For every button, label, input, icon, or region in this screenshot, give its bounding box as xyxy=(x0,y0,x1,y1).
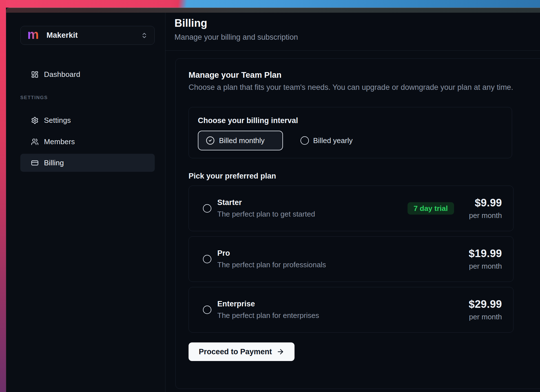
plan-period: per month xyxy=(465,211,502,220)
plan-info: Starter The perfect plan to get started xyxy=(217,198,408,219)
plan-name: Enterprise xyxy=(217,300,465,308)
plan-info: Enterprise The perfect plan for enterpri… xyxy=(217,300,465,320)
dashboard-icon xyxy=(31,71,39,78)
makerkit-logo-icon: m xyxy=(27,28,39,41)
sidebar-item-label: Members xyxy=(44,137,75,146)
plan-name: Starter xyxy=(217,198,408,207)
plan-price-block: $9.99 per month xyxy=(465,197,502,220)
plan-row-starter[interactable]: Starter The perfect plan to get started … xyxy=(189,186,514,231)
plan-description: The perfect plan to get started xyxy=(217,210,408,219)
team-plan-card: Manage your Team Plan Choose a plan that… xyxy=(175,58,540,389)
sidebar-item-members[interactable]: Members xyxy=(20,133,155,151)
plan-row-pro[interactable]: Pro The perfect plan for professionals $… xyxy=(189,236,514,282)
plan-price: $29.99 xyxy=(465,298,502,310)
plan-description: The perfect plan for enterprises xyxy=(217,311,465,320)
plan-info: Pro The perfect plan for professionals xyxy=(217,249,465,269)
header-divider xyxy=(165,50,540,51)
card-title: Manage your Team Plan xyxy=(189,70,540,80)
radio-icon[interactable] xyxy=(203,306,211,314)
credit-card-icon xyxy=(31,159,39,167)
sidebar: m Makerkit Dashboard SETTINGS Settings xyxy=(6,13,165,392)
sidebar-item-settings[interactable]: Settings xyxy=(20,111,155,129)
billing-interval-group: Choose your billing interval Billed mont… xyxy=(189,107,512,158)
wallpaper-left xyxy=(0,0,6,392)
card-description: Choose a plan that fits your team's need… xyxy=(189,83,540,92)
radio-icon xyxy=(300,136,309,145)
proceed-to-payment-label: Proceed to Payment xyxy=(199,348,272,356)
page-subtitle: Manage your billing and subscription xyxy=(174,33,298,42)
plan-price: $19.99 xyxy=(465,248,502,260)
plan-price-block: $29.99 per month xyxy=(465,298,502,321)
sidebar-item-label: Dashboard xyxy=(44,70,80,79)
sidebar-divider xyxy=(165,13,165,392)
arrow-right-icon xyxy=(276,348,284,356)
chevrons-up-down-icon xyxy=(141,32,148,39)
plans-label: Pick your preferred plan xyxy=(189,172,540,181)
billed-monthly-option[interactable]: Billed monthly xyxy=(198,131,283,150)
trial-badge: 7 day trial xyxy=(408,202,454,215)
page-title: Billing xyxy=(174,17,207,29)
plan-price: $9.99 xyxy=(465,197,502,209)
sidebar-item-label: Settings xyxy=(44,116,71,125)
billed-yearly-option[interactable]: Billed yearly xyxy=(300,136,353,145)
billing-interval-label: Choose your billing interval xyxy=(198,116,503,125)
plan-row-enterprise[interactable]: Enterprise The perfect plan for enterpri… xyxy=(189,287,514,333)
circle-check-icon xyxy=(206,136,215,145)
billed-monthly-label: Billed monthly xyxy=(219,136,265,145)
sidebar-section-settings: SETTINGS xyxy=(20,95,48,101)
desktop: m Makerkit Dashboard SETTINGS Settings xyxy=(0,0,540,392)
radio-icon[interactable] xyxy=(203,204,211,213)
plan-price-block: $19.99 per month xyxy=(465,248,502,271)
plan-description: The perfect plan for professionals xyxy=(217,260,465,269)
billing-interval-options: Billed monthly Billed yearly xyxy=(198,131,503,150)
sidebar-item-label: Billing xyxy=(44,159,64,167)
wallpaper-top xyxy=(0,0,540,8)
billed-yearly-label: Billed yearly xyxy=(313,136,353,145)
proceed-to-payment-button[interactable]: Proceed to Payment xyxy=(189,342,295,361)
sidebar-item-dashboard[interactable]: Dashboard xyxy=(20,65,155,83)
plan-name: Pro xyxy=(217,249,465,258)
sidebar-item-billing[interactable]: Billing xyxy=(20,154,155,172)
plan-period: per month xyxy=(465,262,502,271)
plan-period: per month xyxy=(465,313,502,321)
window-titlebar[interactable] xyxy=(6,8,540,13)
gear-icon xyxy=(31,117,39,124)
workspace-name: Makerkit xyxy=(47,31,78,40)
app-window: m Makerkit Dashboard SETTINGS Settings xyxy=(6,8,540,392)
users-icon xyxy=(31,138,39,146)
workspace-selector[interactable]: m Makerkit xyxy=(20,26,155,45)
radio-icon[interactable] xyxy=(203,255,211,263)
